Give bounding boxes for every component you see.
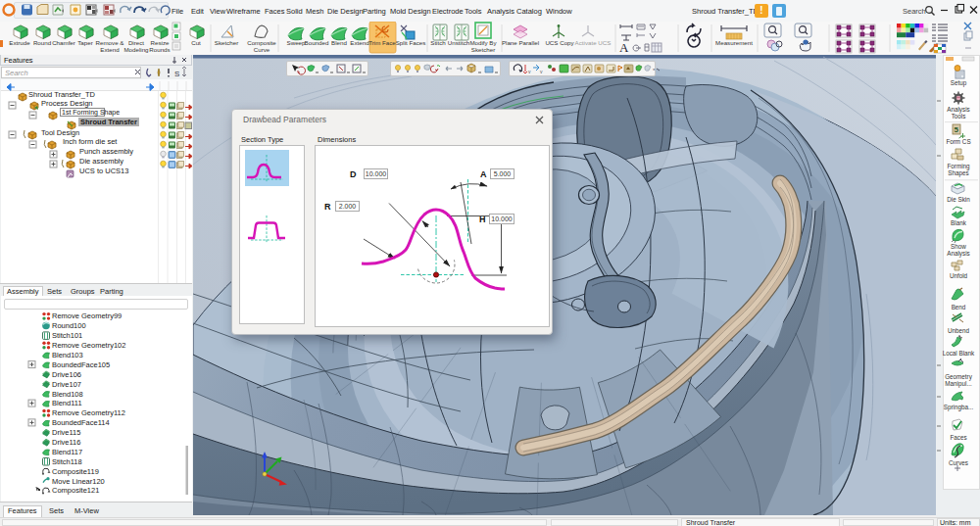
svg-text:A: A <box>619 40 629 55</box>
svg-text:*: * <box>653 68 656 73</box>
svg-text:5: 5 <box>954 125 958 134</box>
svg-text:v: v <box>540 69 543 74</box>
svg-text:v: v <box>528 69 531 74</box>
svg-text:S: S <box>174 70 179 78</box>
